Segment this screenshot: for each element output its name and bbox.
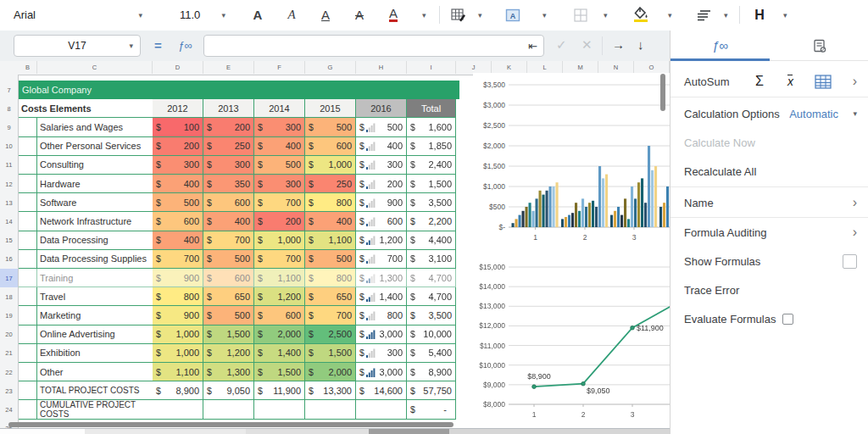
table-cell[interactable]: $800 <box>153 287 203 306</box>
column-header-O[interactable]: O <box>634 61 670 74</box>
table-cell[interactable] <box>19 306 37 325</box>
cost-element-label[interactable]: Salaries and Wages <box>37 118 155 136</box>
calculation-options-row[interactable]: Calculation Options Automatic ▾ <box>670 100 868 127</box>
formula-auditing-row[interactable]: Formula Auditing › <box>670 219 868 246</box>
year-header-2015[interactable]: 2015 <box>305 99 356 118</box>
table-cell[interactable] <box>19 344 37 363</box>
column-header-F[interactable]: F <box>254 61 305 74</box>
move-right-icon[interactable]: → <box>612 37 625 52</box>
table-cell[interactable]: $1,200 <box>203 344 254 363</box>
equals-icon[interactable]: = <box>154 38 162 53</box>
table-cell[interactable]: $1,000 <box>153 344 203 363</box>
row-header-22[interactable]: 22 <box>0 363 18 381</box>
table-cell[interactable]: $11,900 <box>254 381 305 400</box>
table-cell[interactable]: $400 <box>153 175 203 193</box>
formula-input[interactable]: ⇤ <box>203 35 544 57</box>
table-cell[interactable]: $300 <box>254 175 305 193</box>
table-cell[interactable]: $300 <box>203 156 254 175</box>
table-cell[interactable]: $1,500 <box>407 175 456 193</box>
cost-element-label[interactable]: Data Processing Supplies <box>37 250 155 269</box>
tab-functions[interactable]: ƒ∞ <box>670 31 770 60</box>
table-cell[interactable] <box>19 156 37 175</box>
column-header-B[interactable]: B <box>19 61 37 74</box>
table-cell[interactable]: $1,300 <box>356 269 407 287</box>
table-cell[interactable]: $300 <box>356 156 407 175</box>
row-header-7[interactable]: 7 <box>0 81 18 99</box>
table-cell[interactable]: $1,500 <box>305 344 356 363</box>
year-header-2012[interactable]: 2012 <box>153 99 203 118</box>
table-cell[interactable]: $200 <box>203 118 254 136</box>
table-cell[interactable]: $400 <box>153 231 203 250</box>
table-cell[interactable]: $1,100 <box>254 269 305 287</box>
table-cell[interactable]: $600 <box>153 212 203 231</box>
table-cell[interactable] <box>153 400 203 419</box>
row-header-11[interactable]: 11 <box>0 156 18 175</box>
row-header-16[interactable]: 16 <box>0 250 18 269</box>
table-cell[interactable]: $700 <box>153 250 203 269</box>
table-cell[interactable]: $600 <box>203 193 254 212</box>
table-cell[interactable]: $1,200 <box>254 287 305 306</box>
table-cell[interactable]: $1,000 <box>305 156 356 175</box>
column-header-K[interactable]: K <box>492 61 527 74</box>
sigma-icon[interactable]: Σ <box>755 74 764 89</box>
row-header-9[interactable]: 9 <box>0 118 18 136</box>
row-header-8[interactable]: 8 <box>0 99 18 118</box>
table-cell[interactable]: $5,400 <box>407 344 456 363</box>
tab-data-tools[interactable] <box>770 31 868 60</box>
cost-element-label[interactable]: CUMULATIVE PROJECT COSTS <box>37 400 155 419</box>
column-header-G[interactable]: G <box>305 61 356 74</box>
recalculate-all-row[interactable]: Recalculate All <box>670 158 868 185</box>
bold-button[interactable]: A <box>248 0 268 30</box>
table-cell[interactable] <box>19 231 37 250</box>
table-cell[interactable]: $1,500 <box>254 363 305 381</box>
column-header-E[interactable]: E <box>203 61 254 74</box>
table-cell[interactable]: $600 <box>356 212 407 231</box>
column-header-N[interactable]: N <box>598 61 634 74</box>
table-cell[interactable]: $300 <box>356 344 407 363</box>
table-cell[interactable] <box>19 400 37 419</box>
column-header-L[interactable]: L <box>527 61 563 74</box>
cost-element-label[interactable]: Training <box>37 269 155 287</box>
fill-color-menu-button[interactable]: ▾ <box>663 0 676 30</box>
year-header-2014[interactable]: 2014 <box>254 99 305 118</box>
table-cell[interactable] <box>203 400 254 419</box>
cell-name-box[interactable]: V17 ▾ <box>14 35 141 57</box>
table-cell[interactable] <box>19 118 37 136</box>
table-cell[interactable]: $3,000 <box>356 326 407 344</box>
costs-elements-header[interactable]: Costs Elements <box>19 99 155 118</box>
table-cell[interactable]: $3,100 <box>407 250 456 269</box>
font-size-select[interactable]: 11.0 ▾ <box>170 0 229 30</box>
table-cell[interactable]: $1,200 <box>356 231 407 250</box>
name-row[interactable]: Name › <box>670 188 868 217</box>
table-cell[interactable]: $2,400 <box>407 156 456 175</box>
table-cell[interactable] <box>19 175 37 193</box>
evaluate-formulas-row[interactable]: Evaluate Formulas <box>670 305 868 332</box>
find-replace-button[interactable]: H <box>749 0 770 30</box>
table-cell[interactable] <box>356 400 407 419</box>
sheet-tab[interactable] <box>85 429 246 434</box>
table-cell[interactable]: $1,000 <box>153 326 203 344</box>
row-header-20[interactable]: 20 <box>0 326 18 344</box>
table-cell[interactable]: $2,500 <box>305 326 356 344</box>
column-header-D[interactable]: D <box>153 61 203 74</box>
table-cell[interactable]: $700 <box>203 231 254 250</box>
sheet-tab[interactable] <box>246 429 369 434</box>
column-header-H[interactable]: H <box>356 61 407 74</box>
format-cells-button[interactable] <box>448 0 470 30</box>
table-cell[interactable] <box>19 326 37 344</box>
alignment-menu-button[interactable]: ▾ <box>719 0 732 30</box>
table-cell[interactable]: $10,000 <box>407 326 456 344</box>
strikethrough-button[interactable]: A <box>349 0 370 30</box>
row-header-17[interactable]: 17 <box>0 269 18 287</box>
table-cell[interactable]: $1,850 <box>407 137 456 156</box>
table-cell[interactable]: $500 <box>203 250 254 269</box>
table-cell[interactable]: $200 <box>254 212 305 231</box>
table-cell[interactable]: $300 <box>153 156 203 175</box>
sheet-tab[interactable] <box>0 429 85 434</box>
table-cell[interactable]: $200 <box>356 175 407 193</box>
row-header-15[interactable]: 15 <box>0 231 18 250</box>
table-cell[interactable]: $14,600 <box>356 381 407 400</box>
cell-style-menu-button[interactable]: ▾ <box>537 0 551 30</box>
table-cell[interactable]: $900 <box>153 306 203 325</box>
calculation-mode-value[interactable]: Automatic <box>789 108 838 120</box>
